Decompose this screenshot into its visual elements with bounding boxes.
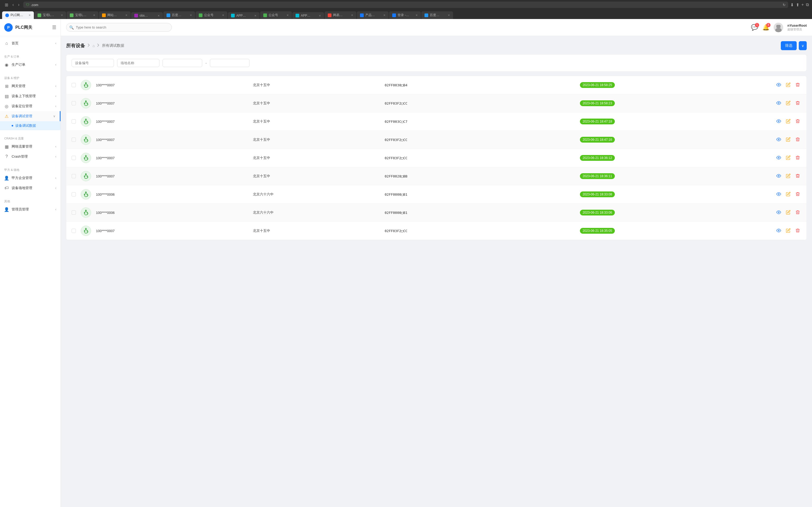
search-input[interactable]: [66, 23, 172, 32]
date-from-input[interactable]: 2023/06/21: [162, 59, 202, 67]
delete-btn-2[interactable]: [794, 118, 801, 125]
sidebar-item-home[interactable]: ⌂ 首页 ‹: [0, 38, 60, 48]
filter-button[interactable]: 筛选: [781, 41, 797, 50]
tab-baidu1-close[interactable]: ✕: [190, 14, 192, 17]
date-to-input[interactable]: 2023/06/21: [210, 59, 250, 67]
tab-wx2-close[interactable]: ✕: [287, 14, 289, 17]
sidebar-item-production-order[interactable]: ◉ 生产订单 ‹: [0, 60, 60, 70]
sidebar-item-device-location[interactable]: ◎ 设备定位管理 ‹: [0, 101, 60, 111]
upload-icon[interactable]: ⬆: [796, 2, 799, 7]
delete-btn-6[interactable]: [794, 191, 801, 198]
row-checkbox-0[interactable]: [71, 83, 76, 87]
tab-product-close[interactable]: ✕: [383, 14, 386, 17]
tab-product[interactable]: 产品… ✕: [357, 11, 389, 19]
tab-app2-close[interactable]: ✕: [319, 14, 321, 17]
tab-wy-close[interactable]: ✕: [351, 14, 353, 17]
tabs-icon[interactable]: ⧉: [806, 2, 809, 7]
view-btn-5[interactable]: [775, 172, 782, 180]
bell-notification[interactable]: 🔔 8: [762, 24, 769, 31]
sidebar-item-customer[interactable]: 👤 甲方企业管理 ‹: [0, 173, 60, 183]
delete-btn-7[interactable]: [794, 209, 801, 217]
tab-baidu1[interactable]: 百度… ✕: [163, 11, 195, 19]
message-notification[interactable]: 💬 1: [751, 24, 758, 31]
sidebar-item-network-traffic[interactable]: ▦ 网络流量管理 ‹: [0, 142, 60, 152]
edit-btn-1[interactable]: [785, 100, 792, 107]
row-checkbox-3[interactable]: [71, 137, 76, 142]
edit-btn-2[interactable]: [785, 118, 792, 125]
tab-obs[interactable]: obs… ✕: [131, 12, 163, 19]
view-btn-2[interactable]: [775, 118, 782, 125]
delete-btn-0[interactable]: [794, 81, 801, 89]
home-breadcrumb-icon[interactable]: ⌂: [93, 44, 95, 48]
tab-login-icon: [392, 13, 396, 17]
sidebar-item-crash[interactable]: ? Crash管理 ‹: [0, 152, 60, 162]
row-checkbox-4[interactable]: [71, 156, 76, 160]
tab-web[interactable]: 网站… ✕: [99, 11, 131, 19]
user-avatar[interactable]: [774, 23, 783, 32]
view-btn-1[interactable]: [775, 100, 782, 107]
edit-btn-7[interactable]: [785, 209, 792, 217]
menu-toggle-btn[interactable]: ☰: [52, 24, 56, 31]
view-btn-3[interactable]: [775, 136, 782, 144]
delete-btn-1[interactable]: [794, 100, 801, 107]
edit-btn-8[interactable]: [785, 227, 792, 235]
edit-btn-5[interactable]: [785, 172, 792, 180]
sidebar-subitem-debug-data[interactable]: 设备调试数据: [0, 121, 60, 130]
address-bar[interactable]: 🛡 .com ↻: [23, 2, 788, 8]
tab-wy[interactable]: 网易… ✕: [324, 11, 356, 19]
reload-icon[interactable]: ↻: [783, 3, 785, 7]
row-checkbox-6[interactable]: [71, 192, 76, 196]
row-checkbox-2[interactable]: [71, 119, 76, 124]
tab-baidu2-close[interactable]: ✕: [448, 14, 450, 17]
delete-btn-4[interactable]: [794, 154, 801, 162]
tab-login-close[interactable]: ✕: [415, 14, 418, 17]
breadcrumb-link[interactable]: 所有调试数据: [102, 43, 124, 48]
svg-point-4: [778, 84, 779, 85]
tab-bt2-close[interactable]: ✕: [93, 14, 95, 17]
edit-btn-4[interactable]: [785, 154, 792, 162]
tab-bt1[interactable]: 宝塔L… ✕: [34, 11, 66, 19]
delete-btn-5[interactable]: [794, 172, 801, 180]
view-btn-4[interactable]: [775, 154, 782, 162]
forward-btn[interactable]: ›: [16, 2, 21, 8]
view-btn-0[interactable]: [775, 81, 782, 89]
back-btn[interactable]: ‹: [11, 2, 15, 8]
edit-btn-3[interactable]: [785, 136, 792, 144]
tab-app1[interactable]: APP… ✕: [228, 12, 260, 19]
row-checkbox-8[interactable]: [71, 229, 76, 233]
edit-btn-6[interactable]: [785, 191, 792, 198]
delete-btn-8[interactable]: [794, 227, 801, 235]
tab-plc[interactable]: PLC网… ✕: [2, 11, 34, 19]
new-tab-icon[interactable]: +: [801, 2, 804, 7]
sidebar-item-gateway[interactable]: ⊞ 网关管理 ‹: [0, 81, 60, 91]
download-icon[interactable]: ⬇: [790, 2, 794, 7]
edit-btn-0[interactable]: [785, 81, 792, 89]
view-btn-7[interactable]: [775, 209, 782, 217]
view-btn-8[interactable]: [775, 227, 782, 235]
site-name-input[interactable]: [117, 59, 159, 67]
tab-wx1-close[interactable]: ✕: [222, 14, 224, 17]
row-checkbox-1[interactable]: [71, 101, 76, 105]
sidebar-toggle-btn[interactable]: ⊞: [3, 2, 10, 8]
tab-bt2[interactable]: 宝塔L… ✕: [67, 11, 98, 19]
tab-baidu2[interactable]: 百度… ✕: [421, 11, 453, 19]
tab-wx1[interactable]: 公众号 ✕: [196, 11, 227, 19]
tab-bt1-close[interactable]: ✕: [61, 14, 63, 17]
tab-web-close[interactable]: ✕: [125, 14, 128, 17]
tab-login[interactable]: 登录 -… ✕: [389, 11, 421, 19]
row-checkbox-5[interactable]: [71, 174, 76, 178]
delete-btn-3[interactable]: [794, 136, 801, 144]
row-checkbox-7[interactable]: [71, 211, 76, 215]
tab-app2[interactable]: APP… ✕: [292, 12, 324, 19]
tab-app1-close[interactable]: ✕: [254, 14, 256, 17]
device-id-input[interactable]: [71, 59, 114, 67]
expand-filter-button[interactable]: ∨: [799, 41, 807, 50]
sidebar-item-site[interactable]: 🏷 设备场地管理 ‹: [0, 183, 60, 193]
sidebar-item-device-debug[interactable]: ⚠ 设备调试管理 ∨: [0, 111, 60, 121]
sidebar-item-admin[interactable]: 👤 管理员管理 ‹: [0, 205, 60, 214]
tab-obs-close[interactable]: ✕: [158, 14, 160, 17]
tab-plc-close[interactable]: ✕: [29, 14, 31, 17]
view-btn-6[interactable]: [775, 191, 782, 198]
tab-wx2[interactable]: 公众号 ✕: [260, 11, 292, 19]
sidebar-item-device-online[interactable]: ▤ 设备上下线管理 ‹: [0, 91, 60, 101]
